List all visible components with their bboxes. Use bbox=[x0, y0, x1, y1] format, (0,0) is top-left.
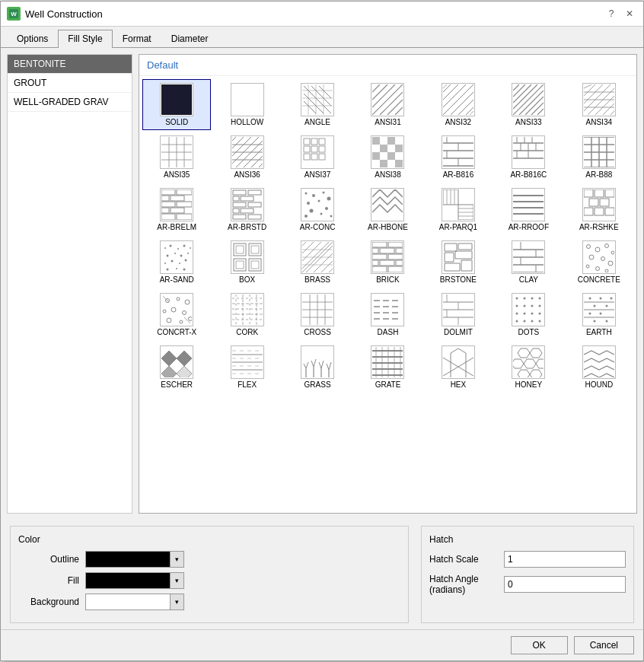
fill-color-swatch bbox=[86, 573, 170, 588]
svg-point-196 bbox=[167, 269, 169, 271]
pattern-icon-ansi31 bbox=[371, 83, 404, 116]
sidebar-item-bentonite[interactable]: BENTONITE bbox=[8, 55, 132, 74]
pattern-ansi36[interactable]: ANSI36 bbox=[212, 132, 281, 183]
pattern-brstone[interactable]: BRSTONE bbox=[424, 237, 493, 288]
pattern-angle[interactable]: ANGLE bbox=[283, 79, 352, 130]
sidebar-item-gravel[interactable]: WELL-GRADED GRAV bbox=[8, 93, 132, 112]
pattern-cork[interactable]: CORK bbox=[212, 289, 281, 340]
pattern-arbrelm[interactable]: AR-BRELM bbox=[142, 184, 211, 235]
svg-point-313 bbox=[524, 298, 526, 300]
pattern-arb816[interactable]: AR-B816 bbox=[424, 132, 493, 183]
pattern-icon-hollow bbox=[231, 83, 264, 116]
pattern-label-arb816: AR-B816 bbox=[443, 170, 474, 179]
pattern-clay[interactable]: CLAY bbox=[494, 237, 563, 288]
pattern-arparq1[interactable]: AR-PARQ1 bbox=[424, 184, 493, 235]
pattern-label-cork: CORK bbox=[236, 328, 258, 336]
pattern-escher[interactable]: ESCHER bbox=[142, 342, 211, 393]
svg-point-319 bbox=[539, 305, 541, 307]
pattern-label-arrroof: AR-RROOF bbox=[509, 223, 549, 231]
pattern-ansi32[interactable]: ANSI32 bbox=[424, 79, 493, 130]
pattern-concrete[interactable]: CONCRETE bbox=[565, 237, 633, 288]
pattern-grid-container[interactable]: SOLID HOLLOW bbox=[139, 76, 636, 513]
pattern-arrroof[interactable]: AR-RROOF bbox=[494, 184, 563, 235]
pattern-solid[interactable]: SOLID bbox=[142, 79, 211, 130]
pattern-ansi37[interactable]: ANSI37 bbox=[283, 132, 352, 183]
hatch-angle-input[interactable] bbox=[504, 576, 626, 593]
help-button[interactable]: ? bbox=[604, 6, 619, 21]
pattern-hound[interactable]: HOUND bbox=[565, 342, 633, 393]
svg-point-314 bbox=[531, 298, 534, 300]
pattern-label-angle: ANGLE bbox=[304, 118, 330, 126]
pattern-arconc[interactable]: AR-CONC bbox=[283, 184, 352, 235]
pattern-ansi31[interactable]: ANSI31 bbox=[353, 79, 422, 130]
pattern-icon-escher bbox=[160, 345, 193, 379]
background-dropdown-arrow[interactable]: ▾ bbox=[170, 594, 183, 609]
pattern-hex[interactable]: HEX bbox=[424, 342, 493, 393]
pattern-ansi33[interactable]: ANSI33 bbox=[494, 79, 563, 130]
pattern-label-ansi35: ANSI35 bbox=[164, 170, 190, 179]
background-color-dropdown[interactable]: ▾ bbox=[85, 594, 184, 610]
tab-format[interactable]: Format bbox=[113, 30, 161, 47]
pattern-ansi38[interactable]: ANSI38 bbox=[353, 132, 422, 183]
sidebar-item-grout[interactable]: GROUT bbox=[8, 74, 132, 93]
pattern-dolmit[interactable]: DOLMIT bbox=[424, 289, 493, 340]
pattern-brick[interactable]: BRICK bbox=[353, 237, 422, 288]
svg-point-327 bbox=[539, 320, 541, 323]
pattern-flex[interactable]: FLEX bbox=[212, 342, 281, 393]
svg-point-186 bbox=[183, 245, 186, 247]
pattern-arb88[interactable]: AR-B88 bbox=[565, 132, 633, 183]
pattern-dots[interactable]: DOTS bbox=[494, 289, 563, 340]
pattern-icon-arb816c bbox=[512, 135, 545, 169]
svg-point-157 bbox=[330, 215, 333, 218]
pattern-arsand[interactable]: AR-SAND bbox=[142, 237, 211, 288]
pattern-ansi35[interactable]: ANSI35 bbox=[142, 132, 211, 183]
pattern-label-ansi38: ANSI38 bbox=[375, 170, 400, 179]
pattern-icon-dots bbox=[512, 293, 545, 326]
pattern-icon-concrete bbox=[582, 240, 616, 274]
pattern-arbrstd[interactable]: AR-BRSTD bbox=[212, 184, 281, 235]
svg-point-191 bbox=[187, 253, 189, 254]
pattern-honey[interactable]: HONEY bbox=[494, 342, 563, 393]
hatch-section-title: Hatch bbox=[429, 534, 626, 545]
main-content: BENTONITE GROUT WELL-GRADED GRAV Default… bbox=[1, 48, 643, 520]
tab-fill-style[interactable]: Fill Style bbox=[58, 30, 112, 48]
outline-dropdown-arrow[interactable]: ▾ bbox=[170, 552, 183, 567]
svg-point-151 bbox=[307, 202, 310, 205]
svg-point-147 bbox=[305, 193, 308, 195]
svg-point-183 bbox=[164, 247, 166, 249]
fill-dropdown-arrow[interactable]: ▾ bbox=[170, 573, 183, 588]
pattern-label-grate: GRATE bbox=[375, 380, 401, 389]
pattern-cross[interactable]: CROSS bbox=[283, 289, 352, 340]
pattern-earth[interactable]: EARTH bbox=[565, 289, 633, 340]
pattern-hollow[interactable]: HOLLOW bbox=[212, 79, 281, 130]
pattern-arhbone[interactable]: AR-HBONE bbox=[353, 184, 422, 235]
hatch-scale-input[interactable] bbox=[504, 551, 626, 568]
pattern-brass[interactable]: BRASS bbox=[283, 237, 352, 288]
pattern-label-brick: BRICK bbox=[376, 275, 400, 284]
fill-color-dropdown[interactable]: ▾ bbox=[85, 572, 184, 589]
pattern-concrtx[interactable]: CONCRT-X bbox=[142, 289, 211, 340]
pattern-icon-arb88 bbox=[582, 135, 616, 169]
pattern-ansi34[interactable]: ANSI34 bbox=[565, 79, 633, 130]
pattern-grass[interactable]: GRASS bbox=[283, 342, 352, 393]
ok-button[interactable]: OK bbox=[511, 636, 568, 654]
pattern-grate[interactable]: GRATE bbox=[353, 342, 422, 393]
tab-options[interactable]: Options bbox=[7, 30, 58, 47]
pattern-arb816c[interactable]: AR-B816C bbox=[494, 132, 563, 183]
pattern-icon-arrshke bbox=[582, 188, 616, 221]
pattern-arrshke[interactable]: AR-RSHKE bbox=[565, 184, 633, 235]
pattern-dash[interactable]: DASH bbox=[353, 289, 422, 340]
pattern-label-arparq1: AR-PARQ1 bbox=[439, 223, 477, 231]
svg-point-156 bbox=[304, 215, 308, 218]
cancel-button[interactable]: Cancel bbox=[574, 636, 634, 654]
pattern-box[interactable]: BOX bbox=[212, 237, 281, 288]
pattern-icon-concrtx bbox=[160, 293, 193, 326]
close-button[interactable]: ✕ bbox=[622, 6, 637, 21]
svg-point-149 bbox=[323, 192, 325, 194]
svg-point-190 bbox=[180, 255, 183, 257]
svg-rect-168 bbox=[513, 189, 544, 220]
tab-diameter[interactable]: Diameter bbox=[161, 30, 218, 47]
outline-color-dropdown[interactable]: ▾ bbox=[85, 551, 184, 568]
pattern-icon-ansi37 bbox=[301, 135, 334, 169]
app-icon: W bbox=[7, 7, 21, 21]
